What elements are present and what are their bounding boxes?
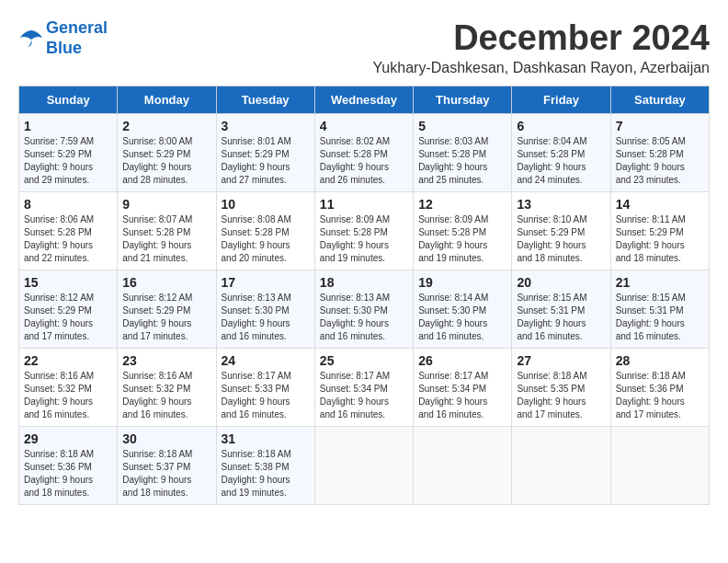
- weekday-header-saturday: Saturday: [610, 86, 709, 114]
- cell-info: Sunrise: 8:16 AM Sunset: 5:32 PM Dayligh…: [24, 370, 112, 421]
- cell-info: Sunrise: 8:18 AM Sunset: 5:36 PM Dayligh…: [24, 448, 112, 500]
- day-number: 1: [24, 119, 112, 133]
- month-title: December 2024: [373, 18, 710, 58]
- calendar-cell: [610, 427, 709, 505]
- calendar-cell: 6Sunrise: 8:04 AM Sunset: 5:28 PM Daylig…: [512, 114, 610, 192]
- calendar-cell: 4Sunrise: 8:02 AM Sunset: 5:28 PM Daylig…: [314, 114, 413, 192]
- day-number: 10: [222, 197, 310, 212]
- calendar-cell: 25Sunrise: 8:17 AM Sunset: 5:34 PM Dayli…: [314, 349, 413, 427]
- day-number: 28: [616, 353, 704, 368]
- week-row-2: 8Sunrise: 8:06 AM Sunset: 5:28 PM Daylig…: [19, 192, 710, 270]
- calendar-cell: 10Sunrise: 8:08 AM Sunset: 5:28 PM Dayli…: [216, 192, 314, 270]
- cell-info: Sunrise: 8:06 AM Sunset: 5:28 PM Dayligh…: [24, 213, 112, 265]
- title-block: December 2024 Yukhary-Dashkesan, Dashkas…: [373, 18, 710, 76]
- week-row-1: 1Sunrise: 7:59 AM Sunset: 5:29 PM Daylig…: [19, 114, 710, 192]
- day-number: 2: [122, 119, 210, 133]
- day-number: 17: [222, 275, 310, 290]
- cell-info: Sunrise: 8:02 AM Sunset: 5:28 PM Dayligh…: [320, 135, 408, 187]
- day-number: 12: [418, 197, 506, 212]
- day-number: 30: [122, 431, 210, 446]
- calendar-cell: 26Sunrise: 8:17 AM Sunset: 5:34 PM Dayli…: [414, 349, 512, 427]
- logo: General Blue: [18, 18, 108, 58]
- cell-info: Sunrise: 8:18 AM Sunset: 5:35 PM Dayligh…: [517, 370, 605, 421]
- day-number: 6: [517, 119, 605, 133]
- page-header: General Blue December 2024 Yukhary-Dashk…: [18, 18, 710, 76]
- location: Yukhary-Dashkesan, Dashkasan Rayon, Azer…: [373, 60, 710, 76]
- cell-info: Sunrise: 8:13 AM Sunset: 5:30 PM Dayligh…: [320, 292, 408, 343]
- calendar-cell: 29Sunrise: 8:18 AM Sunset: 5:36 PM Dayli…: [19, 427, 118, 505]
- day-number: 5: [418, 119, 506, 133]
- cell-info: Sunrise: 8:18 AM Sunset: 5:36 PM Dayligh…: [616, 370, 704, 421]
- cell-info: Sunrise: 8:17 AM Sunset: 5:34 PM Dayligh…: [320, 370, 408, 421]
- week-row-3: 15Sunrise: 8:12 AM Sunset: 5:29 PM Dayli…: [19, 270, 710, 349]
- weekday-header-monday: Monday: [118, 86, 216, 114]
- day-number: 20: [517, 275, 605, 290]
- weekday-header-friday: Friday: [512, 86, 610, 114]
- day-number: 3: [222, 119, 310, 133]
- calendar-cell: 9Sunrise: 8:07 AM Sunset: 5:28 PM Daylig…: [118, 192, 216, 270]
- cell-info: Sunrise: 8:01 AM Sunset: 5:29 PM Dayligh…: [222, 135, 310, 187]
- cell-info: Sunrise: 8:00 AM Sunset: 5:29 PM Dayligh…: [122, 135, 210, 187]
- calendar-cell: 7Sunrise: 8:05 AM Sunset: 5:28 PM Daylig…: [610, 114, 709, 192]
- day-number: 16: [122, 275, 210, 290]
- calendar-cell: 17Sunrise: 8:13 AM Sunset: 5:30 PM Dayli…: [216, 270, 314, 349]
- weekday-header-row: SundayMondayTuesdayWednesdayThursdayFrid…: [19, 86, 710, 114]
- cell-info: Sunrise: 8:17 AM Sunset: 5:34 PM Dayligh…: [418, 370, 506, 421]
- calendar-cell: 31Sunrise: 8:18 AM Sunset: 5:38 PM Dayli…: [216, 427, 314, 505]
- day-number: 24: [222, 353, 310, 368]
- day-number: 31: [222, 431, 310, 446]
- weekday-header-thursday: Thursday: [414, 86, 512, 114]
- day-number: 13: [517, 197, 605, 212]
- cell-info: Sunrise: 8:15 AM Sunset: 5:31 PM Dayligh…: [616, 292, 704, 343]
- calendar-cell: [314, 427, 413, 505]
- logo-text: General Blue: [46, 18, 108, 58]
- logo-bird-icon: [18, 29, 44, 49]
- day-number: 18: [320, 275, 408, 290]
- day-number: 7: [616, 119, 704, 133]
- cell-info: Sunrise: 8:10 AM Sunset: 5:29 PM Dayligh…: [517, 213, 605, 265]
- cell-info: Sunrise: 8:12 AM Sunset: 5:29 PM Dayligh…: [24, 292, 112, 343]
- calendar-cell: 30Sunrise: 8:18 AM Sunset: 5:37 PM Dayli…: [118, 427, 216, 505]
- day-number: 8: [24, 197, 112, 212]
- calendar-cell: [414, 427, 512, 505]
- calendar-cell: 5Sunrise: 8:03 AM Sunset: 5:28 PM Daylig…: [414, 114, 512, 192]
- day-number: 27: [517, 353, 605, 368]
- cell-info: Sunrise: 8:15 AM Sunset: 5:31 PM Dayligh…: [517, 292, 605, 343]
- cell-info: Sunrise: 8:08 AM Sunset: 5:28 PM Dayligh…: [222, 213, 310, 265]
- cell-info: Sunrise: 8:09 AM Sunset: 5:28 PM Dayligh…: [418, 213, 506, 265]
- calendar-body: 1Sunrise: 7:59 AM Sunset: 5:29 PM Daylig…: [19, 114, 710, 505]
- calendar-cell: 3Sunrise: 8:01 AM Sunset: 5:29 PM Daylig…: [216, 114, 314, 192]
- weekday-header-wednesday: Wednesday: [314, 86, 413, 114]
- calendar-cell: 18Sunrise: 8:13 AM Sunset: 5:30 PM Dayli…: [314, 270, 413, 349]
- cell-info: Sunrise: 8:16 AM Sunset: 5:32 PM Dayligh…: [122, 370, 210, 421]
- calendar-cell: 20Sunrise: 8:15 AM Sunset: 5:31 PM Dayli…: [512, 270, 610, 349]
- calendar-cell: 2Sunrise: 8:00 AM Sunset: 5:29 PM Daylig…: [118, 114, 216, 192]
- calendar-cell: 16Sunrise: 8:12 AM Sunset: 5:29 PM Dayli…: [118, 270, 216, 349]
- day-number: 9: [122, 197, 210, 212]
- day-number: 15: [24, 275, 112, 290]
- calendar-cell: 24Sunrise: 8:17 AM Sunset: 5:33 PM Dayli…: [216, 349, 314, 427]
- weekday-header-tuesday: Tuesday: [216, 86, 314, 114]
- calendar-cell: 14Sunrise: 8:11 AM Sunset: 5:29 PM Dayli…: [610, 192, 709, 270]
- day-number: 21: [616, 275, 704, 290]
- calendar-cell: 13Sunrise: 8:10 AM Sunset: 5:29 PM Dayli…: [512, 192, 610, 270]
- calendar-cell: 28Sunrise: 8:18 AM Sunset: 5:36 PM Dayli…: [610, 349, 709, 427]
- day-number: 14: [616, 197, 704, 212]
- cell-info: Sunrise: 8:18 AM Sunset: 5:38 PM Dayligh…: [222, 448, 310, 500]
- cell-info: Sunrise: 8:03 AM Sunset: 5:28 PM Dayligh…: [418, 135, 506, 187]
- calendar-cell: 21Sunrise: 8:15 AM Sunset: 5:31 PM Dayli…: [610, 270, 709, 349]
- calendar-cell: 27Sunrise: 8:18 AM Sunset: 5:35 PM Dayli…: [512, 349, 610, 427]
- week-row-4: 22Sunrise: 8:16 AM Sunset: 5:32 PM Dayli…: [19, 349, 710, 427]
- calendar-cell: 8Sunrise: 8:06 AM Sunset: 5:28 PM Daylig…: [19, 192, 118, 270]
- cell-info: Sunrise: 8:12 AM Sunset: 5:29 PM Dayligh…: [122, 292, 210, 343]
- day-number: 22: [24, 353, 112, 368]
- cell-info: Sunrise: 8:18 AM Sunset: 5:37 PM Dayligh…: [122, 448, 210, 500]
- calendar-cell: 19Sunrise: 8:14 AM Sunset: 5:30 PM Dayli…: [414, 270, 512, 349]
- calendar-cell: 1Sunrise: 7:59 AM Sunset: 5:29 PM Daylig…: [19, 114, 118, 192]
- day-number: 11: [320, 197, 408, 212]
- cell-info: Sunrise: 8:11 AM Sunset: 5:29 PM Dayligh…: [616, 213, 704, 265]
- calendar-table: SundayMondayTuesdayWednesdayThursdayFrid…: [18, 86, 710, 505]
- cell-info: Sunrise: 8:17 AM Sunset: 5:33 PM Dayligh…: [222, 370, 310, 421]
- cell-info: Sunrise: 8:04 AM Sunset: 5:28 PM Dayligh…: [517, 135, 605, 187]
- cell-info: Sunrise: 8:07 AM Sunset: 5:28 PM Dayligh…: [122, 213, 210, 265]
